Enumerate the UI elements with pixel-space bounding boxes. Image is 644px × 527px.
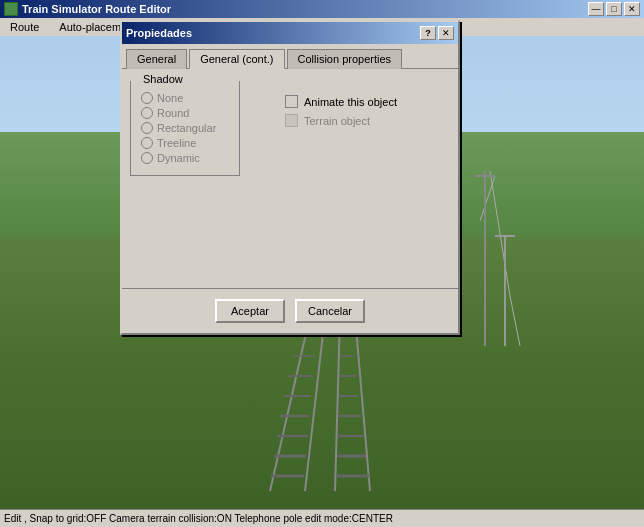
checkboxes-area: Animate this object Terrain object [285,89,397,133]
radio-rectangular[interactable] [141,122,153,134]
dialog-overlay: Propiedades ? ✕ General General (cont.) … [0,0,644,527]
dialog-controls: ? ✕ [420,26,454,40]
dialog-help-button[interactable]: ? [420,26,436,40]
radio-round[interactable] [141,107,153,119]
radio-row-none: None [141,92,229,104]
checkbox-animate-label: Animate this object [304,96,397,108]
accept-button[interactable]: Aceptar [215,299,285,323]
radio-treeline-label: Treeline [157,137,196,149]
dialog-close-button[interactable]: ✕ [438,26,454,40]
checkbox-row-animate: Animate this object [285,95,397,108]
radio-dynamic[interactable] [141,152,153,164]
radio-treeline[interactable] [141,137,153,149]
checkbox-terrain-label: Terrain object [304,115,370,127]
dialog-content: Shadow None Round Rectangular [122,68,458,288]
radio-dynamic-label: Dynamic [157,152,200,164]
radio-round-label: Round [157,107,189,119]
radio-none[interactable] [141,92,153,104]
checkbox-row-terrain: Terrain object [285,114,397,127]
checkbox-animate[interactable] [285,95,298,108]
dialog-propiedades: Propiedades ? ✕ General General (cont.) … [120,20,460,335]
radio-row-dynamic: Dynamic [141,152,229,164]
radio-row-round: Round [141,107,229,119]
radio-none-label: None [157,92,183,104]
dialog-buttons: Aceptar Cancelar [122,288,458,333]
dialog-tabs: General General (cont.) Collision proper… [122,44,458,68]
dialog-titlebar: Propiedades ? ✕ [122,22,458,44]
tab-general[interactable]: General [126,49,187,69]
radio-rectangular-label: Rectangular [157,122,216,134]
cancel-button[interactable]: Cancelar [295,299,365,323]
checkbox-terrain[interactable] [285,114,298,127]
dialog-title: Propiedades [126,27,192,39]
tab-collision[interactable]: Collision properties [287,49,403,69]
shadow-group: Shadow None Round Rectangular [130,81,240,176]
radio-row-treeline: Treeline [141,137,229,149]
radio-row-rectangular: Rectangular [141,122,229,134]
tab-general-cont[interactable]: General (cont.) [189,49,284,69]
shadow-group-label: Shadow [139,73,187,85]
content-wrapper: Shadow None Round Rectangular [130,81,450,176]
